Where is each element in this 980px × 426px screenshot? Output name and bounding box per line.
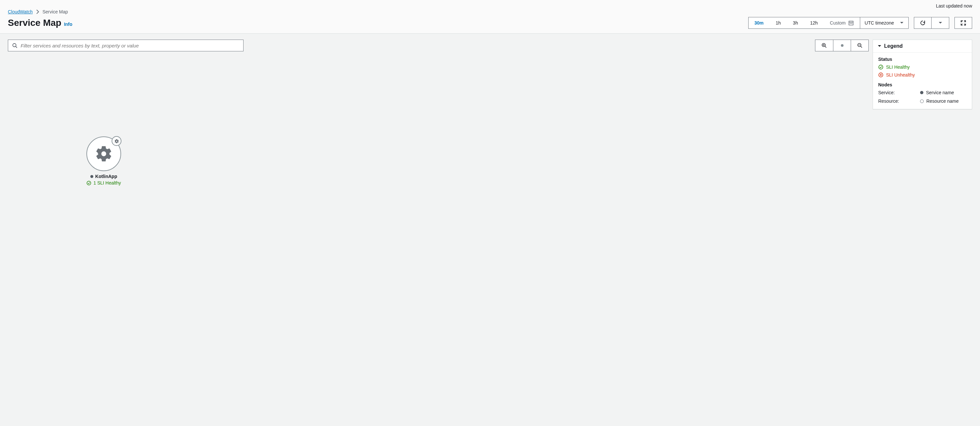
svg-point-18 [87,181,91,185]
gear-icon [114,139,119,144]
toolbar-right: 30m 1h 3h 12h Custom UTC timezone [748,17,972,29]
svg-line-6 [16,46,17,48]
expand-icon [960,20,966,26]
filter-search-box[interactable] [8,40,243,51]
chevron-right-icon [36,10,39,14]
svg-line-8 [825,46,826,48]
calendar-icon [848,20,854,25]
service-node-label: KotlinApp [90,174,117,179]
service-node-circle[interactable] [86,137,121,171]
zoom-reset-button[interactable] [833,40,851,51]
time-range-custom[interactable]: Custom [824,17,859,29]
page-title: Service Map [8,17,61,28]
time-range-30m[interactable]: 30m [749,17,770,29]
check-circle-icon [86,181,91,186]
caret-down-icon [878,45,881,48]
svg-point-17 [116,140,117,141]
zoom-controls [815,40,869,51]
breadcrumb: CloudWatch Service Map [8,9,972,14]
service-map-canvas[interactable]: KotlinApp 1 SLI Healthy [8,51,972,221]
last-updated-text: Last updated now [8,3,972,8]
service-node-status-text: 1 SLI Healthy [93,180,121,186]
timezone-select[interactable]: UTC timezone [860,17,908,29]
svg-rect-2 [850,23,850,24]
svg-point-5 [13,43,16,47]
info-link[interactable]: Info [64,22,72,27]
breadcrumb-root-link[interactable]: CloudWatch [8,9,33,14]
refresh-group [914,17,949,29]
time-range-group: 30m 1h 3h 12h Custom UTC timezone [748,17,908,29]
zoom-in-icon [822,43,827,48]
refresh-icon [920,20,926,26]
fullscreen-button[interactable] [955,17,972,29]
time-range-12h[interactable]: 12h [804,17,824,29]
dot-icon [841,44,843,47]
content-area: Legend Status SLI Healthy SLI Unhealthy … [0,34,980,227]
title-left: Service Map Info [8,17,72,28]
timezone-label: UTC timezone [865,20,894,25]
refresh-button[interactable] [914,17,932,29]
search-icon [12,43,18,48]
refresh-dropdown-button[interactable] [932,17,949,29]
zoom-out-icon [857,43,862,48]
zoom-out-button[interactable] [851,40,869,51]
caret-down-icon [900,22,904,24]
svg-rect-3 [851,23,851,24]
caret-down-icon [939,22,942,24]
legend-title: Legend [884,43,903,49]
time-range-3h[interactable]: 3h [787,17,804,29]
svg-line-12 [861,46,862,48]
filled-circle-icon [90,175,93,178]
service-node-status: 1 SLI Healthy [86,180,121,186]
time-range-1h[interactable]: 1h [770,17,787,29]
svg-point-16 [102,151,107,156]
filter-input[interactable] [21,43,239,48]
service-node-badge [111,136,121,146]
legend-toggle[interactable]: Legend [873,40,972,52]
title-row: Service Map Info 30m 1h 3h 12h Custom UT… [8,17,972,29]
service-node-name: KotlinApp [95,174,117,179]
service-node[interactable]: KotlinApp 1 SLI Healthy [86,137,121,186]
svg-rect-4 [852,23,852,24]
header-bar: Last updated now CloudWatch Service Map … [0,0,980,34]
time-range-custom-label: Custom [830,20,845,25]
breadcrumb-current: Service Map [43,9,68,14]
gear-icon [95,145,113,163]
zoom-in-button[interactable] [815,40,833,51]
